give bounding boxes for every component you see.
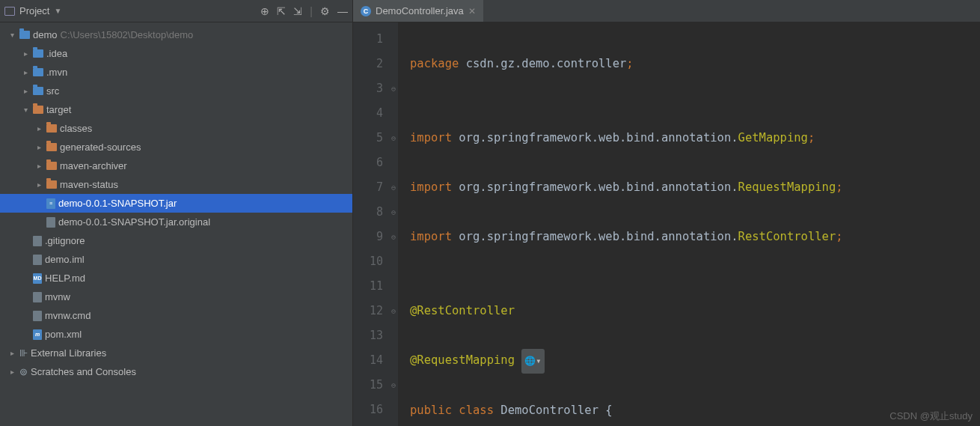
folder-blue-icon [33, 87, 43, 95]
tree-node-mvnw[interactable]: mvnw [0, 287, 352, 306]
fold-column: ⊖⊖⊖⊖⊖⊖⊖ [389, 22, 398, 426]
folder-orange-icon [46, 162, 57, 170]
lib-icon: ⊪ [19, 347, 28, 359]
tree-node-demo[interactable]: ▾demo C:\Users\15802\Desktop\demo [0, 25, 352, 44]
tree-node-demo-0-0-1-snapshot-jar-original[interactable]: demo-0.0.1-SNAPSHOT.jar.original [0, 213, 352, 231]
editor-tabs: C DemoController.java ✕ [353, 0, 980, 22]
file-icon [33, 311, 42, 321]
project-sidebar: Project ▼ ⊕ ⇱ ⇲ | ⚙ — ▾demo C:\Users\158… [0, 0, 353, 426]
tree-node-pom-xml[interactable]: mpom.xml [0, 325, 352, 344]
watermark: CSDN @观止study [889, 410, 973, 423]
editor-area: C DemoController.java ✕ 1234567891011121… [353, 0, 980, 426]
folder-orange-icon [46, 124, 57, 133]
tree-node-demo-iml[interactable]: demo.iml [0, 250, 352, 269]
tree-node-scratches-and-consoles[interactable]: ▸⊚Scratches and Consoles [0, 362, 352, 381]
project-tool-label[interactable]: Project ▼ [4, 5, 61, 16]
tree-node--gitignore[interactable]: .gitignore [0, 231, 352, 250]
tree-node--idea[interactable]: ▸.idea [0, 44, 352, 63]
folder-blue-icon [19, 31, 30, 39]
folder-blue-icon [33, 49, 43, 58]
folder-blue-icon [33, 68, 43, 76]
select-opened-file-icon[interactable]: ⊕ [260, 5, 269, 17]
tree-node-maven-archiver[interactable]: ▸maven-archiver [0, 156, 352, 175]
file-icon [33, 292, 42, 302]
folder-orange-icon [46, 180, 57, 189]
hide-icon[interactable]: — [337, 5, 348, 17]
close-icon[interactable]: ✕ [468, 6, 476, 16]
tree-node-demo-0-0-1-snapshot-jar[interactable]: ≡demo-0.0.1-SNAPSHOT.jar [0, 194, 352, 213]
tree-node-classes[interactable]: ▸classes [0, 119, 352, 138]
project-tree[interactable]: ▾demo C:\Users\15802\Desktop\demo▸.idea▸… [0, 22, 352, 426]
tree-node-mvnw-cmd[interactable]: mvnw.cmd [0, 306, 352, 325]
tree-node-src[interactable]: ▸src [0, 82, 352, 100]
tree-node-target[interactable]: ▾target [0, 100, 352, 119]
tree-node-external-libraries[interactable]: ▸⊪External Libraries [0, 344, 352, 362]
project-icon [4, 7, 15, 16]
tab-label: DemoController.java [376, 5, 464, 16]
file-icon [33, 236, 42, 246]
java-class-icon: C [361, 6, 371, 16]
file-icon [33, 255, 42, 265]
sidebar-header: Project ▼ ⊕ ⇱ ⇲ | ⚙ — [0, 0, 352, 22]
scratch-icon: ⊚ [19, 366, 28, 377]
tree-node--mvn[interactable]: ▸.mvn [0, 63, 352, 82]
code-editor[interactable]: 12345678910111213141516 ⊖⊖⊖⊖⊖⊖⊖ package … [353, 22, 980, 426]
archive-icon: ≡ [46, 198, 55, 209]
folder-orange-icon [46, 143, 57, 151]
tree-node-help-md[interactable]: MDHELP.md [0, 269, 352, 287]
url-mapping-badge[interactable]: 🌐▾ [521, 349, 544, 374]
collapse-all-icon[interactable]: ⇲ [293, 5, 302, 17]
xml-icon: m [33, 329, 42, 340]
tree-node-generated-sources[interactable]: ▸generated-sources [0, 138, 352, 156]
code-content[interactable]: package csdn.gz.demo.controller; import … [398, 22, 980, 426]
line-gutter: 12345678910111213141516 [353, 22, 389, 426]
tree-node-maven-status[interactable]: ▸maven-status [0, 175, 352, 194]
folder-orange-icon [33, 106, 43, 114]
chevron-down-icon: ▼ [54, 7, 61, 15]
gear-icon[interactable]: ⚙ [320, 5, 330, 17]
tab-democontroller[interactable]: C DemoController.java ✕ [353, 0, 483, 22]
md-icon: MD [33, 273, 42, 284]
file-icon [46, 217, 55, 228]
expand-all-icon[interactable]: ⇱ [277, 5, 286, 17]
sidebar-title-text: Project [19, 5, 49, 16]
